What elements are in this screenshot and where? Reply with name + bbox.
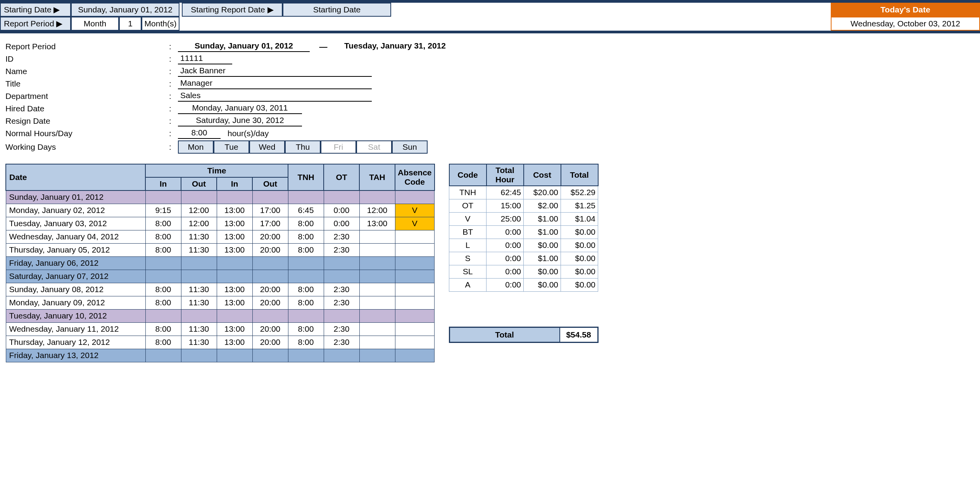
cell[interactable] [181, 190, 217, 204]
cell[interactable] [181, 309, 217, 322]
cell[interactable]: Friday, January 13, 2012 [6, 349, 145, 362]
cell[interactable] [324, 349, 359, 362]
cell[interactable]: 13:00 [217, 230, 252, 243]
cell[interactable]: Wednesday, January 11, 2012 [6, 322, 145, 336]
cell[interactable] [145, 309, 181, 322]
report-unit[interactable]: Month [71, 17, 119, 31]
absence-cell[interactable] [395, 309, 435, 322]
cell[interactable]: 2:30 [324, 230, 359, 243]
cell[interactable]: Sunday, January 01, 2012 [6, 190, 145, 204]
cell[interactable] [359, 243, 395, 256]
report-count[interactable]: 1 [119, 17, 141, 31]
cell[interactable]: Tuesday, January 10, 2012 [6, 309, 145, 322]
cell[interactable]: 12:00 [181, 204, 217, 217]
cell[interactable]: 0:00 [324, 204, 359, 217]
cell[interactable]: 8:00 [288, 322, 324, 336]
cell[interactable] [288, 256, 324, 270]
cell[interactable]: 11:30 [181, 336, 217, 349]
cell[interactable]: 8:00 [145, 322, 181, 336]
cell[interactable]: 13:00 [359, 217, 395, 230]
cell[interactable]: 13:00 [217, 322, 252, 336]
cell[interactable]: 8:00 [288, 283, 324, 296]
cell[interactable]: 20:00 [252, 283, 288, 296]
cell[interactable]: 20:00 [252, 230, 288, 243]
absence-cell[interactable]: V [395, 217, 435, 230]
cell[interactable]: Friday, January 06, 2012 [6, 256, 145, 270]
cell[interactable] [252, 309, 288, 322]
cell[interactable]: Monday, January 09, 2012 [6, 296, 145, 309]
cell[interactable] [252, 256, 288, 270]
cell[interactable]: 8:00 [288, 230, 324, 243]
cell[interactable] [288, 349, 324, 362]
cell[interactable]: 2:30 [324, 336, 359, 349]
absence-cell[interactable] [395, 349, 435, 362]
cell[interactable] [217, 190, 252, 204]
cell[interactable] [217, 256, 252, 270]
cell[interactable]: Saturday, January 07, 2012 [6, 270, 145, 283]
cell[interactable]: Monday, January 02, 2012 [6, 204, 145, 217]
cell[interactable]: 8:00 [288, 243, 324, 256]
cell[interactable] [217, 349, 252, 362]
cell[interactable]: 6:45 [288, 204, 324, 217]
cell[interactable]: 0:00 [324, 217, 359, 230]
absence-cell[interactable] [395, 336, 435, 349]
cell[interactable] [359, 256, 395, 270]
cell[interactable]: 8:00 [145, 217, 181, 230]
absence-cell[interactable] [395, 243, 435, 256]
cell[interactable] [252, 270, 288, 283]
cell[interactable]: 11:30 [181, 283, 217, 296]
cell[interactable] [288, 270, 324, 283]
cell[interactable]: 8:00 [288, 336, 324, 349]
cell[interactable]: 11:30 [181, 243, 217, 256]
cell[interactable] [252, 349, 288, 362]
absence-cell[interactable]: V [395, 204, 435, 217]
cell[interactable] [359, 296, 395, 309]
cell[interactable] [181, 349, 217, 362]
cell[interactable]: 2:30 [324, 283, 359, 296]
cell[interactable] [359, 309, 395, 322]
cell[interactable]: 8:00 [145, 230, 181, 243]
cell[interactable]: 20:00 [252, 322, 288, 336]
cell[interactable]: 11:30 [181, 296, 217, 309]
cell[interactable]: 20:00 [252, 296, 288, 309]
cell[interactable]: 13:00 [217, 283, 252, 296]
cell[interactable]: 13:00 [217, 296, 252, 309]
cell[interactable]: 2:30 [324, 243, 359, 256]
cell[interactable] [288, 309, 324, 322]
cell[interactable]: Thursday, January 12, 2012 [6, 336, 145, 349]
absence-cell[interactable] [395, 230, 435, 243]
cell[interactable] [359, 190, 395, 204]
cell[interactable] [324, 256, 359, 270]
cell[interactable]: 8:00 [288, 296, 324, 309]
cell[interactable] [181, 270, 217, 283]
cell[interactable] [324, 190, 359, 204]
cell[interactable]: 2:30 [324, 322, 359, 336]
cell[interactable] [324, 309, 359, 322]
cell[interactable] [359, 336, 395, 349]
absence-cell[interactable] [395, 190, 435, 204]
starting-date-value[interactable]: Sunday, January 01, 2012 [71, 3, 179, 17]
cell[interactable]: 8:00 [145, 243, 181, 256]
absence-cell[interactable] [395, 270, 435, 283]
cell[interactable] [324, 270, 359, 283]
absence-cell[interactable] [395, 322, 435, 336]
cell[interactable] [181, 256, 217, 270]
cell[interactable] [288, 190, 324, 204]
cell[interactable]: 8:00 [145, 283, 181, 296]
cell[interactable]: 17:00 [252, 204, 288, 217]
cell[interactable]: Sunday, January 08, 2012 [6, 283, 145, 296]
cell[interactable]: 13:00 [217, 336, 252, 349]
cell[interactable] [217, 270, 252, 283]
absence-cell[interactable] [395, 283, 435, 296]
cell[interactable]: 11:30 [181, 230, 217, 243]
cell[interactable]: Thursday, January 05, 2012 [6, 243, 145, 256]
cell[interactable] [145, 190, 181, 204]
cell[interactable]: 8:00 [145, 336, 181, 349]
cell[interactable] [145, 270, 181, 283]
cell[interactable]: 9:15 [145, 204, 181, 217]
cell[interactable]: 20:00 [252, 336, 288, 349]
cell[interactable]: 12:00 [181, 217, 217, 230]
cell[interactable]: 17:00 [252, 217, 288, 230]
cell[interactable]: 8:00 [145, 296, 181, 309]
cell[interactable]: 13:00 [217, 204, 252, 217]
